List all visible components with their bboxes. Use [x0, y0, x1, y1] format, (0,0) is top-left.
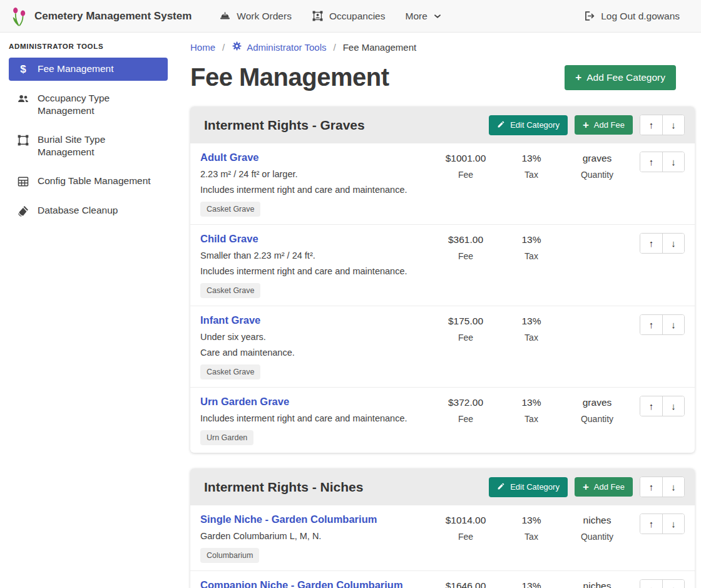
app-title: Cemetery Management System — [34, 10, 192, 23]
fee-amount-col: $361.00 Fee — [431, 233, 500, 261]
fee-name-link[interactable]: Infant Grave — [200, 314, 260, 326]
fee-name-link[interactable]: Companion Niche - Garden Columbarium — [200, 579, 403, 588]
fee-category-list: Interment Rights - Graves Edit Category … — [190, 106, 695, 588]
move-fee-up-button[interactable]: ↑ — [640, 152, 662, 172]
move-fee-down-button[interactable]: ↓ — [662, 514, 684, 534]
move-fee-up-button[interactable]: ↑ — [640, 580, 662, 588]
fee-quantity-value: graves — [563, 153, 632, 164]
fee-row: Child Grave Smaller than 2.23 m² / 24 ft… — [190, 225, 695, 306]
sidebar-item-database-cleanup[interactable]: Database Cleanup — [9, 199, 168, 222]
sidebar-item-occupancy-type-management[interactable]: Occupancy Type Management — [9, 87, 168, 122]
move-fee-down-button[interactable]: ↓ — [662, 396, 684, 416]
breadcrumb-current: Fee Management — [343, 42, 417, 53]
fee-reorder-group: ↑ ↓ — [640, 233, 685, 254]
move-fee-down-button[interactable]: ↓ — [662, 580, 684, 588]
fee-description-1: Includes interment right and care and ma… — [200, 413, 427, 423]
broom-icon — [17, 205, 29, 217]
hard-hat-icon — [219, 10, 231, 22]
users-icon — [17, 93, 29, 105]
fee-category-card: Interment Rights - Niches Edit Category … — [190, 468, 695, 588]
fee-name-link[interactable]: Adult Grave — [200, 152, 259, 163]
edit-category-button[interactable]: Edit Category — [489, 477, 568, 497]
fee-description-1: Under six years. — [200, 332, 427, 342]
sidebar-heading: ADMINISTRATOR TOOLS — [9, 43, 168, 50]
move-fee-down-button[interactable]: ↓ — [662, 234, 684, 253]
add-fee-category-button[interactable]: + Add Fee Category — [565, 65, 676, 90]
move-fee-up-button[interactable]: ↑ — [640, 234, 662, 253]
fee-amount-col: $372.00 Fee — [431, 396, 500, 424]
move-category-up-button[interactable]: ↑ — [640, 477, 662, 497]
move-fee-down-button[interactable]: ↓ — [662, 152, 684, 172]
fee-tax-col: 13% Tax — [500, 579, 563, 588]
fee-tax-value: 13% — [500, 234, 563, 245]
nav-occupancies[interactable]: Occupancies — [312, 10, 386, 22]
fee-amount-col: $1646.00 Fee — [431, 579, 500, 588]
fee-quantity-col: niches Quantity — [563, 579, 632, 588]
fee-amount-label: Fee — [431, 414, 500, 424]
fee-amount-value: $1646.00 — [431, 580, 500, 588]
fee-tax-col: 13% Tax — [500, 233, 563, 261]
chevron-down-icon — [433, 12, 442, 21]
fee-tax-value: 13% — [500, 580, 563, 588]
fee-row: Single Niche - Garden Columbarium Garden… — [190, 505, 695, 571]
move-fee-up-button[interactable]: ↑ — [640, 315, 662, 334]
page-title: Fee Management — [190, 63, 389, 91]
category-title: Interment Rights - Niches — [204, 480, 489, 495]
fee-quantity-label: Quantity — [563, 414, 632, 424]
fee-tax-col: 13% Tax — [500, 513, 563, 542]
sidebar-item-config-table-management[interactable]: Config Table Management — [9, 170, 168, 193]
move-category-down-button[interactable]: ↓ — [662, 477, 684, 497]
breadcrumb-admin-tools-link[interactable]: Administrator Tools — [232, 41, 326, 53]
fee-amount-value: $361.00 — [431, 234, 500, 245]
logout-link[interactable]: Log Out d.gowans — [583, 10, 680, 22]
category-header: Interment Rights - Niches Edit Category … — [190, 468, 695, 505]
fee-tax-label: Tax — [500, 170, 563, 180]
move-fee-up-button[interactable]: ↑ — [640, 396, 662, 416]
move-fee-down-button[interactable]: ↓ — [662, 315, 684, 334]
plus-icon: + — [575, 73, 581, 81]
fee-row: Companion Niche - Garden Columbarium Gar… — [190, 571, 695, 588]
add-fee-button[interactable]: + Add Fee — [575, 115, 633, 135]
move-fee-up-button[interactable]: ↑ — [640, 514, 662, 534]
fee-description-1: Garden Columbarium L, M, N. — [200, 531, 427, 541]
fee-reorder-group: ↑ ↓ — [640, 396, 685, 416]
fee-name-link[interactable]: Single Niche - Garden Columbarium — [200, 513, 377, 525]
fee-type-badge: Casket Grave — [200, 364, 260, 379]
breadcrumb: Home / Administrat — [190, 41, 695, 53]
breadcrumb-home-link[interactable]: Home — [190, 42, 215, 53]
nav-more[interactable]: More — [406, 11, 442, 22]
fee-type-badge: Columbarium — [200, 548, 259, 563]
sidebar: ADMINISTRATOR TOOLS $ Fee Management Occ… — [0, 33, 175, 229]
sidebar-item-label: Database Cleanup — [38, 204, 118, 217]
fee-amount-col: $1014.00 Fee — [431, 513, 500, 542]
table-icon — [17, 175, 29, 188]
fee-tax-label: Tax — [500, 333, 563, 343]
fee-name-link[interactable]: Child Grave — [200, 233, 258, 245]
main-content: Home / Administrat — [175, 33, 701, 588]
sidebar-item-fee-management[interactable]: $ Fee Management — [9, 58, 168, 81]
fee-reorder-group: ↑ ↓ — [640, 579, 685, 588]
sidebar-item-label: Fee Management — [38, 63, 114, 75]
fee-tax-label: Tax — [500, 532, 563, 542]
move-category-up-button[interactable]: ↑ — [640, 115, 662, 135]
fee-amount-label: Fee — [431, 251, 500, 261]
fee-tax-value: 13% — [500, 515, 563, 526]
category-header: Interment Rights - Graves Edit Category … — [190, 106, 695, 143]
category-title: Interment Rights - Graves — [204, 118, 489, 133]
fee-tax-value: 13% — [500, 153, 563, 164]
fee-type-badge: Casket Grave — [200, 283, 260, 298]
fee-quantity-value: niches — [563, 580, 632, 588]
add-fee-button[interactable]: + Add Fee — [575, 477, 633, 497]
sidebar-item-burial-site-type-management[interactable]: Burial Site Type Management — [9, 128, 168, 163]
fee-name-link[interactable]: Urn Garden Grave — [200, 396, 289, 408]
plus-icon: + — [583, 121, 589, 129]
fee-tax-col: 13% Tax — [500, 314, 563, 343]
edit-category-button[interactable]: Edit Category — [489, 115, 568, 135]
fee-tax-col: 13% Tax — [500, 152, 563, 180]
move-category-down-button[interactable]: ↓ — [662, 115, 684, 135]
fee-reorder-group: ↑ ↓ — [640, 152, 685, 172]
pencil-icon — [497, 120, 505, 130]
fee-list: Adult Grave 2.23 m² / 24 ft² or larger. … — [190, 143, 695, 453]
plus-icon: + — [583, 483, 589, 491]
nav-work-orders[interactable]: Work Orders — [219, 10, 292, 22]
